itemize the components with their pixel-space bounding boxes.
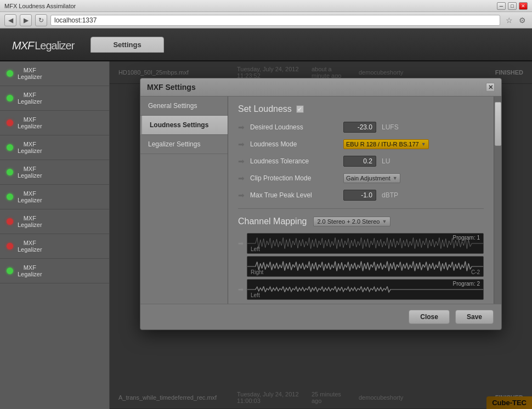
list-item[interactable]: MXFLegalizer [0,160,109,185]
loudness-tolerance-row: ➡ Loudness Tolerance LU [238,156,484,167]
channel-label-left: Left [251,246,260,252]
app-logo: MXFLegalizer [11,36,74,53]
job-name: MXFLegalizer [18,92,42,105]
list-item[interactable]: MXFLegalizer [0,86,109,111]
scrollbar-thumb[interactable] [495,102,501,146]
window-controls: ─ □ ✕ [497,2,528,10]
address-bar[interactable]: localhost:1337 [50,15,500,26]
clip-protection-label: Clip Protection Mode [250,174,338,182]
waveform-display-2: Right C-2 [247,256,484,277]
modal-title: MXF Settings [147,83,196,92]
loudness-tolerance-input[interactable] [343,156,376,167]
job-name: MXFLegalizer [18,240,42,253]
settings-tab[interactable]: Settings [90,37,163,53]
loudness-mode-label: Loudness Mode [250,140,338,148]
waveform-arrow-icon: ➡ [238,286,244,293]
tools-icon[interactable]: ⚙ [517,15,528,26]
list-item[interactable]: MXFLegalizer [0,234,109,259]
max-peak-row: ➡ Max True Peak Level dBTP [238,190,484,201]
modal-footer: Close Save [140,304,501,330]
maximize-button[interactable]: □ [508,2,517,10]
status-dot-green [7,268,13,274]
dropdown-arrow-icon: ▼ [393,175,398,181]
clip-protection-select[interactable]: Gain Adjustment ▼ [343,173,400,183]
waveform-row-left-2: ➡ Program: 2 Left [238,279,484,300]
toolbar-icons: ☆ ⚙ [503,15,528,26]
app-header: MXFLegalizer Settings [0,29,532,61]
arrow-icon: ➡ [238,140,245,149]
settings-nav: General Settings Loudness Settings Legal… [140,96,228,304]
job-name: MXFLegalizer [18,116,42,129]
settings-scrollbar[interactable] [494,96,501,304]
list-item[interactable]: MXFLegalizer [0,185,109,209]
list-item[interactable]: MXFLegalizer [0,61,109,86]
status-dot-red [7,218,13,225]
set-loudness-checkbox[interactable]: ✔ [296,105,304,113]
channel-label-left-2: Left [251,292,260,298]
desired-loudness-row: ➡ Desired Loudness LUFS [238,122,484,133]
set-loudness-title: Set Loudness ✔ [238,104,484,114]
minimize-button[interactable]: ─ [497,2,506,10]
mxf-settings-modal: MXF Settings ✕ General Settings Loudness… [140,78,502,330]
job-name: MXFLegalizer [18,141,42,154]
status-dot-green [7,70,13,77]
settings-content: Set Loudness ✔ ➡ Desired Loudness LUFS [228,96,494,304]
modal-close-button[interactable]: ✕ [486,83,495,92]
loudness-tolerance-label: Loudness Tolerance [250,157,338,165]
save-button[interactable]: Save [455,310,494,324]
waveform-svg-1 [247,234,483,253]
settings-nav-general[interactable]: General Settings [140,96,228,116]
job-name: MXFLegalizer [18,264,42,277]
waveform-arrow-icon: ➡ [238,240,244,247]
list-item[interactable]: MXFLegalizer [0,259,109,283]
channel-mapping-select[interactable]: 2.0 Stereo + 2.0 Stereo ▼ [313,217,390,226]
close-button[interactable]: Close [409,310,450,324]
refresh-button[interactable]: ↻ [35,14,47,26]
lufs-unit: LUFS [382,123,404,131]
browser-title: MFX Loudness Assimilator [4,3,497,9]
status-dot-red [7,120,13,126]
section-divider [238,208,484,209]
channel-label-c2: C-2 [471,269,480,275]
list-item[interactable]: MXFLegalizer [0,111,109,135]
modal-body: General Settings Loudness Settings Legal… [140,96,501,304]
arrow-icon: ➡ [238,191,245,200]
list-item[interactable]: MXFLegalizer [0,209,109,234]
waveform-row-left-1: ➡ Program: 1 Left [238,233,484,254]
settings-nav-legalizer[interactable]: Legalizer Settings [140,135,228,154]
job-name: MXFLegalizer [18,190,42,203]
waveform-svg-3 [247,280,483,299]
loudness-mode-row: ➡ Loudness Mode EBU R 128 / ITU-R BS.177… [238,139,484,149]
waveform-display-3: Program: 2 Left [247,279,484,300]
clip-protection-row: ➡ Clip Protection Mode Gain Adjustment ▼ [238,173,484,183]
clip-protection-value: Gain Adjustment [346,175,390,181]
desired-loudness-label: Desired Loudness [250,123,338,131]
forward-button[interactable]: ▶ [20,14,32,26]
waveform-display-1: Program: 1 Left [247,233,484,254]
lu-unit: LU [382,157,404,165]
job-name: MXFLegalizer [18,166,42,179]
settings-nav-loudness[interactable]: Loudness Settings [140,116,228,135]
program-label-1: Program: 1 [453,235,480,241]
modal-overlay: MXF Settings ✕ General Settings Loudness… [110,61,532,409]
window-close-button[interactable]: ✕ [519,2,528,10]
status-dot-red [7,243,13,249]
max-peak-input[interactable] [343,190,376,201]
waveform-container: ➡ Program: 1 Left [238,233,484,300]
star-icon[interactable]: ☆ [503,15,514,26]
modal-header: MXF Settings ✕ [140,78,501,96]
job-name: MXFLegalizer [18,215,42,228]
browser-toolbar: ◀ ▶ ↻ localhost:1337 ☆ ⚙ [0,12,532,29]
list-item[interactable]: MXFLegalizer [0,135,109,160]
status-dot-green [7,194,13,200]
loudness-mode-select[interactable]: EBU R 128 / ITU-R BS.177 ▼ [343,139,429,149]
browser-titlebar: MFX Loudness Assimilator ─ □ ✕ [0,0,532,12]
back-button[interactable]: ◀ [4,14,16,26]
channel-label-right: Right [251,269,263,275]
status-dot-green [7,169,13,175]
arrow-icon: ➡ [238,157,245,166]
dbtp-unit: dBTP [382,191,404,199]
program-label-2: Program: 2 [453,281,480,287]
loudness-mode-value: EBU R 128 / ITU-R BS.177 [346,141,419,147]
desired-loudness-input[interactable] [343,122,376,133]
